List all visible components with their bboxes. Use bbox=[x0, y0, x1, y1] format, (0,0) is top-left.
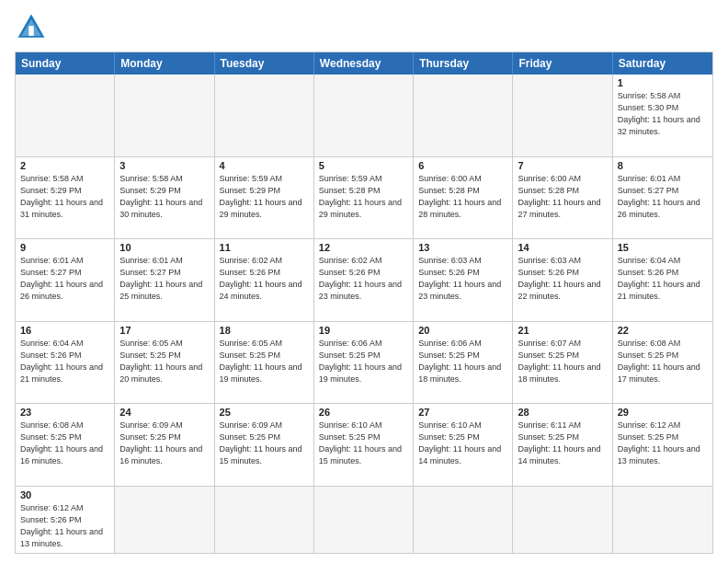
calendar-cell: 19Sunrise: 6:06 AMSunset: 5:25 PMDayligh… bbox=[314, 322, 414, 404]
weekday-header-friday: Friday bbox=[513, 52, 612, 75]
calendar-cell: 1Sunrise: 5:58 AMSunset: 5:30 PMDaylight… bbox=[613, 75, 712, 156]
calendar-cell: 10Sunrise: 6:01 AMSunset: 5:27 PMDayligh… bbox=[115, 239, 214, 321]
calendar-cell: 30Sunrise: 6:12 AMSunset: 5:26 PMDayligh… bbox=[16, 487, 115, 553]
calendar-cell: 23Sunrise: 6:08 AMSunset: 5:25 PMDayligh… bbox=[16, 404, 115, 486]
calendar-cell bbox=[215, 487, 314, 553]
day-number: 5 bbox=[319, 160, 408, 171]
day-number: 15 bbox=[618, 242, 708, 253]
calendar-cell bbox=[513, 75, 612, 156]
sun-info: Sunrise: 6:05 AMSunset: 5:25 PMDaylight:… bbox=[220, 338, 309, 385]
calendar-cell: 22Sunrise: 6:08 AMSunset: 5:25 PMDayligh… bbox=[613, 322, 712, 404]
day-number: 25 bbox=[220, 407, 309, 418]
day-number: 30 bbox=[20, 489, 109, 500]
calendar-row-2: 9Sunrise: 6:01 AMSunset: 5:27 PMDaylight… bbox=[16, 238, 712, 321]
day-number: 7 bbox=[518, 160, 607, 171]
day-number: 21 bbox=[518, 325, 607, 336]
calendar-cell: 18Sunrise: 6:05 AMSunset: 5:25 PMDayligh… bbox=[215, 322, 314, 404]
calendar-cell: 13Sunrise: 6:03 AMSunset: 5:26 PMDayligh… bbox=[414, 239, 513, 321]
day-number: 1 bbox=[618, 77, 708, 88]
sun-info: Sunrise: 6:00 AMSunset: 5:28 PMDaylight:… bbox=[518, 173, 607, 221]
sun-info: Sunrise: 5:58 AMSunset: 5:30 PMDaylight:… bbox=[618, 90, 708, 138]
day-number: 17 bbox=[119, 325, 209, 336]
calendar-cell bbox=[314, 75, 414, 156]
calendar-cell bbox=[16, 75, 115, 156]
calendar-cell: 7Sunrise: 6:00 AMSunset: 5:28 PMDaylight… bbox=[513, 157, 612, 239]
sun-info: Sunrise: 6:01 AMSunset: 5:27 PMDaylight:… bbox=[119, 255, 209, 303]
calendar-cell: 26Sunrise: 6:10 AMSunset: 5:25 PMDayligh… bbox=[314, 404, 414, 486]
calendar-row-1: 2Sunrise: 5:58 AMSunset: 5:29 PMDaylight… bbox=[16, 156, 712, 239]
day-number: 10 bbox=[119, 242, 209, 253]
sun-info: Sunrise: 6:04 AMSunset: 5:26 PMDaylight:… bbox=[20, 338, 109, 385]
sun-info: Sunrise: 6:07 AMSunset: 5:25 PMDaylight:… bbox=[518, 338, 607, 385]
day-number: 13 bbox=[418, 242, 507, 253]
calendar-cell: 28Sunrise: 6:11 AMSunset: 5:25 PMDayligh… bbox=[513, 404, 612, 486]
day-number: 2 bbox=[20, 160, 109, 171]
sun-info: Sunrise: 6:09 AMSunset: 5:25 PMDaylight:… bbox=[220, 419, 309, 467]
calendar-cell bbox=[513, 487, 612, 553]
calendar-cell: 25Sunrise: 6:09 AMSunset: 5:25 PMDayligh… bbox=[215, 404, 314, 486]
logo bbox=[15, 11, 51, 44]
sun-info: Sunrise: 6:01 AMSunset: 5:27 PMDaylight:… bbox=[618, 173, 708, 221]
calendar-cell: 24Sunrise: 6:09 AMSunset: 5:25 PMDayligh… bbox=[115, 404, 214, 486]
calendar-header: SundayMondayTuesdayWednesdayThursdayFrid… bbox=[16, 52, 712, 75]
calendar-row-4: 23Sunrise: 6:08 AMSunset: 5:25 PMDayligh… bbox=[16, 403, 712, 486]
weekday-header-monday: Monday bbox=[115, 52, 214, 75]
day-number: 9 bbox=[20, 242, 109, 253]
calendar-cell: 8Sunrise: 6:01 AMSunset: 5:27 PMDaylight… bbox=[613, 157, 712, 239]
sun-info: Sunrise: 6:02 AMSunset: 5:26 PMDaylight:… bbox=[319, 255, 408, 303]
calendar-cell: 4Sunrise: 5:59 AMSunset: 5:29 PMDaylight… bbox=[215, 157, 314, 239]
sun-info: Sunrise: 6:06 AMSunset: 5:25 PMDaylight:… bbox=[319, 338, 408, 385]
day-number: 27 bbox=[418, 407, 507, 418]
sun-info: Sunrise: 6:02 AMSunset: 5:26 PMDaylight:… bbox=[220, 255, 309, 303]
calendar-cell: 12Sunrise: 6:02 AMSunset: 5:26 PMDayligh… bbox=[314, 239, 414, 321]
sun-info: Sunrise: 6:11 AMSunset: 5:25 PMDaylight:… bbox=[518, 419, 607, 467]
day-number: 24 bbox=[119, 407, 209, 418]
sun-info: Sunrise: 6:10 AMSunset: 5:25 PMDaylight:… bbox=[418, 419, 507, 467]
calendar-cell: 15Sunrise: 6:04 AMSunset: 5:26 PMDayligh… bbox=[613, 239, 712, 321]
day-number: 28 bbox=[518, 407, 607, 418]
day-number: 22 bbox=[618, 325, 708, 336]
weekday-header-wednesday: Wednesday bbox=[314, 52, 414, 75]
calendar-cell: 11Sunrise: 6:02 AMSunset: 5:26 PMDayligh… bbox=[215, 239, 314, 321]
calendar-cell: 9Sunrise: 6:01 AMSunset: 5:27 PMDaylight… bbox=[16, 239, 115, 321]
calendar-cell: 29Sunrise: 6:12 AMSunset: 5:25 PMDayligh… bbox=[613, 404, 712, 486]
day-number: 3 bbox=[119, 160, 209, 171]
day-number: 23 bbox=[20, 407, 109, 418]
calendar-cell bbox=[414, 75, 513, 156]
sun-info: Sunrise: 6:08 AMSunset: 5:25 PMDaylight:… bbox=[20, 419, 109, 467]
calendar-cell bbox=[115, 75, 214, 156]
page: SundayMondayTuesdayWednesdayThursdayFrid… bbox=[0, 0, 728, 563]
sun-info: Sunrise: 6:05 AMSunset: 5:25 PMDaylight:… bbox=[119, 338, 209, 385]
sun-info: Sunrise: 6:06 AMSunset: 5:25 PMDaylight:… bbox=[418, 338, 507, 385]
weekday-header-thursday: Thursday bbox=[414, 52, 513, 75]
sun-info: Sunrise: 5:59 AMSunset: 5:28 PMDaylight:… bbox=[319, 173, 408, 221]
calendar-cell: 6Sunrise: 6:00 AMSunset: 5:28 PMDaylight… bbox=[414, 157, 513, 239]
sun-info: Sunrise: 6:03 AMSunset: 5:26 PMDaylight:… bbox=[518, 255, 607, 303]
calendar-cell: 3Sunrise: 5:58 AMSunset: 5:29 PMDaylight… bbox=[115, 157, 214, 239]
sun-info: Sunrise: 5:59 AMSunset: 5:29 PMDaylight:… bbox=[220, 173, 309, 221]
sun-info: Sunrise: 6:08 AMSunset: 5:25 PMDaylight:… bbox=[618, 338, 708, 385]
weekday-header-saturday: Saturday bbox=[613, 52, 712, 75]
day-number: 29 bbox=[618, 407, 708, 418]
calendar: SundayMondayTuesdayWednesdayThursdayFrid… bbox=[15, 52, 713, 554]
sun-info: Sunrise: 6:12 AMSunset: 5:25 PMDaylight:… bbox=[618, 419, 708, 467]
sun-info: Sunrise: 6:10 AMSunset: 5:25 PMDaylight:… bbox=[319, 419, 408, 467]
logo-icon bbox=[15, 11, 48, 44]
calendar-cell: 2Sunrise: 5:58 AMSunset: 5:29 PMDaylight… bbox=[16, 157, 115, 239]
header bbox=[15, 11, 713, 44]
calendar-cell: 27Sunrise: 6:10 AMSunset: 5:25 PMDayligh… bbox=[414, 404, 513, 486]
day-number: 11 bbox=[220, 242, 309, 253]
day-number: 19 bbox=[319, 325, 408, 336]
sun-info: Sunrise: 6:04 AMSunset: 5:26 PMDaylight:… bbox=[618, 255, 708, 303]
day-number: 4 bbox=[220, 160, 309, 171]
day-number: 8 bbox=[618, 160, 708, 171]
weekday-header-sunday: Sunday bbox=[16, 52, 115, 75]
day-number: 12 bbox=[319, 242, 408, 253]
sun-info: Sunrise: 6:09 AMSunset: 5:25 PMDaylight:… bbox=[119, 419, 209, 467]
calendar-row-0: 1Sunrise: 5:58 AMSunset: 5:30 PMDaylight… bbox=[16, 75, 712, 156]
svg-rect-2 bbox=[28, 26, 33, 36]
sun-info: Sunrise: 5:58 AMSunset: 5:29 PMDaylight:… bbox=[119, 173, 209, 221]
calendar-cell: 21Sunrise: 6:07 AMSunset: 5:25 PMDayligh… bbox=[513, 322, 612, 404]
calendar-row-5: 30Sunrise: 6:12 AMSunset: 5:26 PMDayligh… bbox=[16, 486, 712, 553]
calendar-cell bbox=[613, 487, 712, 553]
